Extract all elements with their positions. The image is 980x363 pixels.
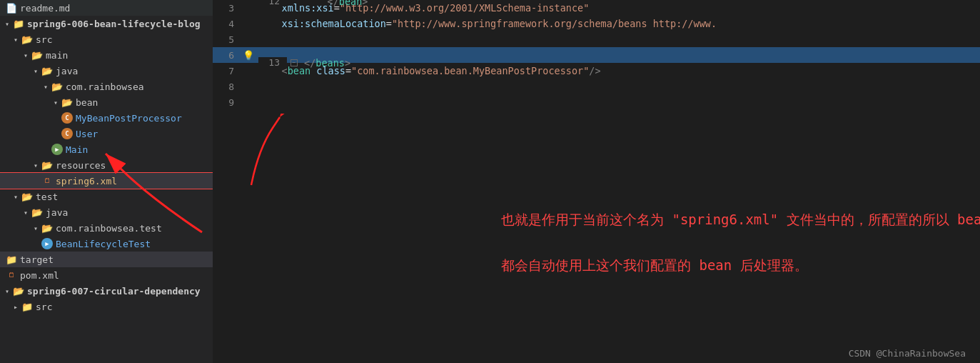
sidebar-item-src2[interactable]: ▸ 📁 src (0, 299, 213, 314)
chevron-down-icon: ▾ (31, 161, 40, 169)
sidebar-label-spring6xml: spring6.xml (56, 176, 117, 187)
java-main-icon: ▶ (51, 144, 63, 155)
folder-icon: 📂 (21, 191, 33, 202)
chevron-down-icon: ▾ (3, 287, 11, 295)
line-num-13: 13 (258, 57, 287, 68)
folder-icon: 📂 (41, 65, 53, 76)
folder-icon: 📂 (31, 49, 43, 61)
line-content-13[interactable]: </beans> (301, 57, 980, 69)
sidebar-label-java: java (56, 66, 78, 76)
sidebar-label-com-rainbowsea-test: com.rainbowsea.test (56, 223, 162, 234)
chevron-down-icon: ▾ (31, 66, 40, 75)
folder-icon: 📂 (41, 222, 53, 234)
chevron-down-icon: ▾ (51, 98, 60, 106)
sidebar-item-test-java[interactable]: ▾ 📂 java (0, 204, 213, 220)
folder-icon-target: 📁 (6, 254, 17, 265)
code-area: 3 xmlns:xsi="http://www.w3.org/2001/XMLS… (213, 0, 980, 363)
folder-icon: 📁 (13, 18, 24, 29)
java-class-icon: C (61, 128, 73, 139)
sidebar-label-user: User (76, 129, 98, 139)
sidebar-label-pomxml: pom.xml (20, 270, 59, 281)
sidebar-label-spring6-007: spring6-007-circular-dependency (27, 286, 201, 297)
folder-icon: 📂 (51, 81, 63, 92)
folder-icon: 📂 (13, 285, 24, 297)
code-line-13: 13 − </beans> (258, 55, 980, 71)
line-num-3: 3 (213, 3, 241, 14)
folder-icon: 📂 (61, 96, 73, 108)
sidebar-item-test[interactable]: ▾ 📂 test (0, 189, 213, 204)
chevron-down-icon: ▾ (21, 51, 30, 59)
line-num-9: 9 (213, 97, 241, 108)
sidebar-item-com-rainbowsea-test[interactable]: ▾ 📂 com.rainbowsea.test (0, 220, 213, 236)
lightbulb-icon[interactable]: 💡 (243, 50, 254, 61)
chevron-down-icon: ▾ (3, 19, 11, 28)
sidebar-label-com-rainbowsea: com.rainbowsea (66, 81, 144, 92)
editor: 3 xmlns:xsi="http://www.w3.org/2001/XMLS… (213, 0, 980, 363)
sidebar-label-readme: readme.md (20, 3, 70, 14)
fold-icon-13[interactable]: − (291, 59, 298, 66)
chevron-down-icon: ▾ (31, 224, 40, 232)
sidebar-item-spring6-006[interactable]: ▾ 📁 spring6-006-bean-lifecycle-blog (0, 16, 213, 31)
chevron-down-icon: ▾ (41, 82, 50, 91)
sidebar: 📄 readme.md ▾ 📁 spring6-006-bean-lifecyc… (0, 0, 213, 363)
xml-file-icon: 🗒 (41, 175, 53, 187)
annotation-line2: 都会自动使用上这个我们配置的 bean 后处理器。 (501, 254, 980, 277)
line-num-8: 8 (213, 81, 241, 92)
sidebar-item-src[interactable]: ▾ 📂 src (0, 31, 213, 47)
sidebar-item-spring6-007[interactable]: ▾ 📂 spring6-007-circular-dependency (0, 283, 213, 299)
sidebar-item-spring6xml[interactable]: 🗒 spring6.xml (0, 173, 213, 189)
sidebar-item-user[interactable]: C User (0, 126, 213, 141)
line-num-4: 4 (213, 19, 241, 29)
sidebar-item-java[interactable]: ▾ 📂 java (0, 63, 213, 79)
code-line-9: 9 10 − <bean id="userBean" class="com.ra… (213, 94, 980, 110)
line-num-5: 5 (213, 34, 241, 45)
sidebar-item-readme[interactable]: 📄 readme.md (0, 0, 213, 16)
sidebar-item-bean[interactable]: ▾ 📂 bean (0, 94, 213, 110)
gutter-13: − (287, 59, 301, 66)
java-test-icon: ▶ (41, 238, 53, 249)
folder-icon: 📂 (41, 159, 53, 171)
sidebar-label-spring6-006: spring6-006-bean-lifecycle-blog (27, 19, 201, 29)
code-line-12: 12 </bean> (258, 0, 980, 9)
line-num-7: 7 (213, 66, 241, 76)
sidebar-item-main[interactable]: ▾ 📂 main (0, 47, 213, 63)
watermark: CSDN @ChinaRainbowSea (849, 348, 966, 359)
annotation-arrow-svg (244, 114, 473, 199)
annotation-text-block: 也就是作用于当前这个名为 "spring6.xml" 文件当中的，所配置的所以 … (501, 185, 980, 300)
folder-icon: 📁 (21, 301, 33, 312)
sidebar-label-src2: src (36, 302, 52, 312)
sidebar-item-main-class[interactable]: ▶ Main (0, 141, 213, 157)
sidebar-label-bean: bean (76, 97, 98, 108)
chevron-down-icon: ▾ (21, 208, 30, 217)
sidebar-label-test-java: java (46, 207, 68, 218)
file-icon: 📄 (6, 2, 17, 14)
chevron-down-icon: ▾ (11, 192, 20, 201)
java-class-icon: C (61, 112, 73, 124)
folder-icon: 📂 (21, 34, 33, 45)
sidebar-label-target: target (20, 254, 54, 265)
sidebar-label-beanlifecycletest: BeanLifecycleTest (56, 239, 151, 249)
chevron-right-icon: ▸ (11, 302, 20, 311)
sidebar-item-beanlifecycletest[interactable]: ▶ BeanLifecycleTest (0, 236, 213, 252)
sidebar-label-resources: resources (56, 160, 106, 171)
annotation-line1: 也就是作用于当前这个名为 "spring6.xml" 文件当中的，所配置的所以 … (501, 208, 980, 231)
xml-pom-icon: 🗒 (6, 269, 17, 281)
line-num-6: 6 (213, 50, 241, 61)
sidebar-label-main-class: Main (66, 144, 88, 155)
sidebar-label-test: test (36, 192, 58, 202)
line-content-9[interactable]: 10 − <bean id="userBean" class="com.rain… (256, 0, 980, 357)
line-num-12: 12 (258, 0, 287, 6)
sidebar-item-resources[interactable]: ▾ 📂 resources (0, 157, 213, 173)
annotation-area: 也就是作用于当前这个名为 "spring6.xml" 文件当中的，所配置的所以 … (258, 128, 980, 323)
sidebar-label-mybeanpostprocessor: MyBeanPostProcessor (76, 113, 182, 124)
folder-icon: 📂 (31, 207, 43, 218)
chevron-down-icon: ▾ (11, 35, 20, 44)
sidebar-label-src: src (36, 34, 52, 45)
sidebar-item-target[interactable]: 📁 target (0, 252, 213, 267)
sidebar-item-pomxml[interactable]: 🗒 pom.xml (0, 267, 213, 283)
sidebar-label-main: main (46, 50, 68, 61)
sidebar-item-mybeanpostprocessor[interactable]: C MyBeanPostProcessor (0, 110, 213, 126)
line-content-12[interactable]: </bean> (301, 0, 980, 7)
gutter-6: 💡 (241, 50, 256, 61)
sidebar-item-com-rainbowsea[interactable]: ▾ 📂 com.rainbowsea (0, 79, 213, 94)
